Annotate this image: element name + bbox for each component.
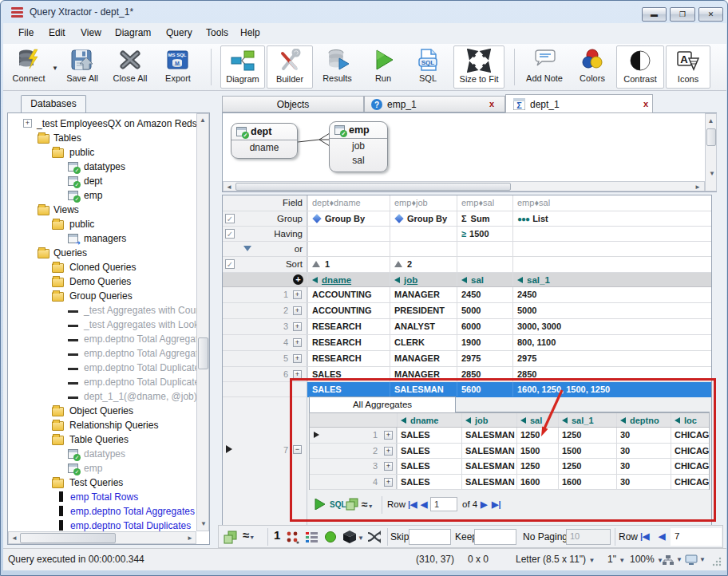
field-cell[interactable]: emp♦sal <box>512 195 711 211</box>
tab-databases[interactable]: Databases <box>21 95 86 113</box>
wave-icon[interactable]: ≈▼ <box>243 528 255 542</box>
close-tab-dept-1-icon[interactable]: x <box>643 99 648 108</box>
add-note-button[interactable]: Add Note <box>520 45 568 89</box>
row-number-input[interactable]: 1 <box>430 497 457 511</box>
tree-item[interactable]: Cloned Queries <box>8 260 196 274</box>
tree-item[interactable]: datatypes <box>8 447 196 461</box>
scroll-right-icon[interactable]: ► <box>187 535 193 542</box>
minimize-button[interactable]: ▬ <box>642 7 667 22</box>
tree-item[interactable]: emp.deptno Total Aggregat( <box>8 346 196 361</box>
tree-item[interactable]: Object Queries <box>8 404 196 418</box>
layout-icon[interactable] <box>662 554 675 566</box>
expand-row-icon[interactable]: + <box>293 322 302 331</box>
close-tab-emp-1-icon[interactable]: x <box>489 99 494 108</box>
copy-icon[interactable] <box>346 498 358 511</box>
or-cell[interactable] <box>390 242 457 256</box>
tree-item[interactable]: managers <box>8 231 196 246</box>
detail-row[interactable]: 2 + SALES SALESMAN 1500 1500 30 CHICAGO <box>310 444 709 460</box>
expand-row-icon[interactable]: + <box>384 431 393 440</box>
expand-row-icon[interactable]: + <box>293 338 302 347</box>
diagram-hscrollbar[interactable]: ◄ ► <box>223 181 705 191</box>
tree-item[interactable]: Relationship Queries <box>8 418 196 432</box>
tree-item[interactable]: dept <box>8 174 196 188</box>
or-cell[interactable] <box>512 242 711 256</box>
builder-button[interactable]: Builder <box>267 45 313 89</box>
layout-dropdown-icon[interactable]: ▼ <box>676 556 682 563</box>
detail-col-loc[interactable]: loc <box>671 413 709 427</box>
menu-query[interactable]: Query <box>166 27 192 38</box>
display-icon[interactable] <box>685 554 698 566</box>
tree-item[interactable]: _test Aggregates with Looku <box>8 318 196 332</box>
entity-field-dname[interactable]: dname <box>231 140 297 155</box>
sql-link[interactable]: SQL <box>330 500 346 509</box>
tree-item[interactable]: emp Total Rows <box>8 490 196 504</box>
zoom-select[interactable]: 100% ▼ <box>630 554 663 565</box>
tree-item[interactable]: datatypes <box>8 160 196 174</box>
having-cell[interactable]: ≥1500 <box>457 227 512 241</box>
having-cell[interactable] <box>512 227 711 241</box>
field-cell[interactable]: emp♦sal <box>457 195 512 211</box>
group-cell[interactable]: ●●●List <box>512 211 711 226</box>
expand-row-icon[interactable]: + <box>293 306 302 315</box>
first-row-icon[interactable]: |◀ <box>408 499 417 510</box>
last-row-icon[interactable]: ▶| <box>492 499 501 510</box>
menu-edit[interactable]: Edit <box>49 27 65 38</box>
scroll-down-icon[interactable]: ▼ <box>200 520 207 528</box>
connect-dropdown-icon[interactable]: ▼ <box>52 65 58 72</box>
tree-item[interactable]: public <box>8 145 196 160</box>
sort-cell[interactable]: 1 <box>307 257 390 272</box>
scroll-down-icon[interactable]: ▼ <box>709 170 715 178</box>
tab-all-aggregates[interactable]: All Aggregates <box>309 396 456 412</box>
first-row-icon[interactable]: |◀ <box>640 531 650 542</box>
tab-dept-1[interactable]: Σ dept_1 x <box>505 94 653 113</box>
tree-hscroll-thumb[interactable] <box>20 533 116 543</box>
detail-col-job[interactable]: job <box>461 413 516 427</box>
menu-help[interactable]: Help <box>240 27 260 38</box>
sql-button[interactable]: SQL SQL <box>407 45 449 89</box>
keep-input[interactable] <box>474 529 516 545</box>
prev-row-icon[interactable]: ◀ <box>421 499 427 510</box>
cube-dropdown-icon[interactable]: ▼ <box>358 535 364 542</box>
having-cell[interactable] <box>390 227 457 241</box>
results-button[interactable]: Results <box>315 45 359 89</box>
display-dropdown-icon[interactable]: ▼ <box>699 556 706 563</box>
group-cell[interactable]: ΣSum <box>457 211 512 226</box>
diagram-vscrollbar[interactable]: ▲ ▼ <box>705 113 717 191</box>
cube-icon[interactable] <box>342 530 357 544</box>
shuffle-icon[interactable] <box>367 531 382 543</box>
run-button[interactable]: Run <box>362 45 405 89</box>
tree-vscroll-thumb[interactable] <box>198 337 208 369</box>
copy-icon[interactable] <box>224 531 237 544</box>
tree-item[interactable]: Tables <box>8 131 196 145</box>
table-row[interactable]: 4 + RESEARCH CLERK 1900 800, 1100 <box>223 335 711 351</box>
duplicates-icon[interactable] <box>286 531 299 544</box>
tree-item[interactable]: emp.deptno Total Duplicate <box>8 361 196 375</box>
tree-item[interactable]: public <box>8 217 196 231</box>
sort-cell[interactable] <box>457 257 512 272</box>
connect-button[interactable]: Connect <box>7 45 50 89</box>
column-header-sal-1[interactable]: sal_1 <box>512 273 711 286</box>
expand-icon[interactable]: + <box>23 119 32 128</box>
entity-field-sal[interactable]: sal <box>330 153 387 168</box>
scroll-up-icon[interactable]: ▲ <box>197 116 208 124</box>
maximize-button[interactable]: ❐ <box>670 7 695 22</box>
tree-item[interactable]: Test Queries <box>8 475 196 490</box>
diagram-vscroll-thumb[interactable] <box>706 128 716 146</box>
having-cell[interactable] <box>307 227 390 241</box>
wave-icon[interactable]: ≈▼ <box>362 498 374 511</box>
table-row[interactable]: 5 + RESEARCH MANAGER 2975 2975 <box>223 351 711 367</box>
detail-row[interactable]: 1 + SALES SALESMAN 1250 1250 30 CHICAGO <box>310 428 709 444</box>
or-cell[interactable] <box>457 242 512 256</box>
tree-item[interactable]: _test Aggregates with Count <box>8 303 196 318</box>
diagram-canvas[interactable]: dept dname emp job sal ▲ ▼ ◄ ► <box>222 112 717 192</box>
menu-view[interactable]: View <box>81 27 101 38</box>
tree-item[interactable]: emp <box>8 188 196 203</box>
tab-objects[interactable]: Objects <box>222 96 364 112</box>
group-cell[interactable]: Group By <box>307 211 390 226</box>
close-all-button[interactable]: Close All <box>107 45 153 89</box>
scroll-up-icon[interactable]: ▲ <box>706 117 716 125</box>
table-row[interactable]: 3 + RESEARCH ANALYST 6000 3000, 3000 <box>223 319 711 335</box>
resize-grip[interactable] <box>712 557 722 566</box>
tree-item[interactable]: Table Queries <box>8 432 196 447</box>
detail-col-sal-1[interactable]: sal_1 <box>558 413 616 427</box>
